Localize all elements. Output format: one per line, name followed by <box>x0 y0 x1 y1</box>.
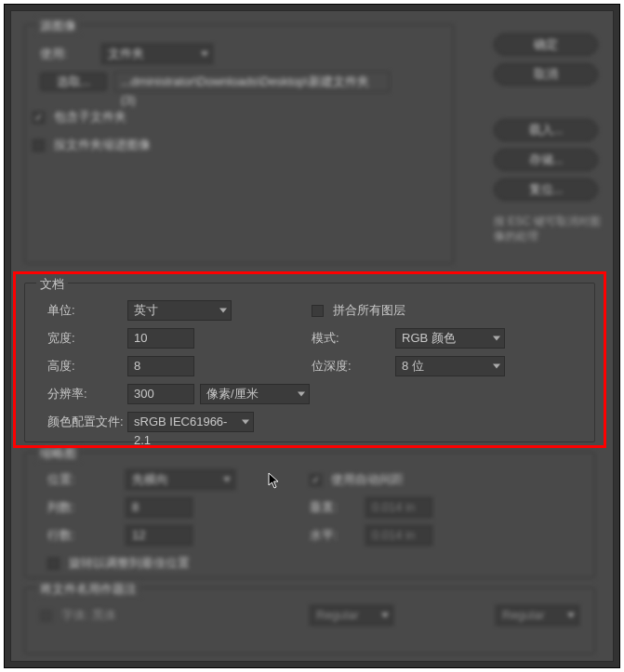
depth-select[interactable]: 8 位 <box>395 356 505 376</box>
flatten-label: 拼合所有图层 <box>329 302 405 319</box>
include-subfolders-checkbox[interactable] <box>33 112 45 124</box>
profile-label: 颜色配置文件: <box>25 414 127 430</box>
save-button[interactable]: 存储... <box>494 149 598 171</box>
height-input[interactable]: 8 <box>127 356 194 376</box>
chevron-down-icon <box>223 478 231 482</box>
chevron-down-icon <box>493 336 500 341</box>
auto-spacing-label: 使用自动间距 <box>327 471 404 488</box>
cancel-button[interactable]: 取消 <box>494 63 598 86</box>
chevron-down-icon <box>567 613 575 618</box>
document-legend: 文档 <box>36 276 68 293</box>
vert-label: 垂直: <box>310 499 365 516</box>
rows-input[interactable]: 12 <box>126 525 193 546</box>
chevron-down-icon <box>201 52 208 57</box>
thumbnail-checkbox[interactable] <box>33 139 45 152</box>
path-display: ...dministrator\Downloads\Desktop\新建文件夹 … <box>114 72 390 92</box>
resolution-input[interactable]: 300 <box>127 384 194 404</box>
rotate-checkbox[interactable] <box>47 558 60 570</box>
chevron-down-icon <box>219 309 227 313</box>
regular1-select: Regular <box>310 605 393 626</box>
resolution-label: 分辨率: <box>25 386 127 402</box>
dialog-inner: 源图像 使用: 文件夹 选取... ...dministrator\Downlo… <box>10 10 614 662</box>
filename-caption-legend: 将文件名用作题注 <box>36 581 140 598</box>
include-subfolders-label: 包含子文件夹 <box>50 109 126 125</box>
right-button-group: 确定 取消 载入... 存储... 复位... 按 ESC 键可取消对图像的处理 <box>494 33 598 244</box>
horiz-label: 水平: <box>310 527 365 544</box>
width-input[interactable]: 10 <box>127 328 194 349</box>
chevron-down-icon <box>298 392 305 397</box>
use-select[interactable]: 文件夹 <box>101 44 213 64</box>
document-fieldset: 文档 单位: 英寸 拼合所有图层 宽度: 10 模式: RGB 颜色 <box>24 283 595 442</box>
chevron-down-icon <box>242 420 249 425</box>
mode-select[interactable]: RGB 颜色 <box>395 328 505 349</box>
rows-label: 行数: <box>33 527 126 544</box>
thumbnail-fieldset: 缩略图 位置: 先横向 使用自动间距 列数: 8 垂直: 0.014 in 行数… <box>24 452 595 578</box>
unit-select[interactable]: 英寸 <box>127 300 232 321</box>
ok-button[interactable]: 确定 <box>494 33 598 56</box>
dialog-window: 源图像 使用: 文件夹 选取... ...dministrator\Downlo… <box>4 4 620 668</box>
unit-label: 单位: <box>25 302 127 319</box>
cols-label: 列数: <box>33 499 126 516</box>
cursor-icon <box>268 472 281 489</box>
esc-hint: 按 ESC 键可取消对图像的处理 <box>494 214 605 244</box>
thumbnail-legend: 缩略图 <box>36 445 80 462</box>
source-legend: 源图像 <box>36 18 80 34</box>
height-label: 高度: <box>25 358 127 375</box>
vert-input: 0.014 in <box>365 497 432 518</box>
use-label: 使用: <box>33 46 77 62</box>
cols-input[interactable]: 8 <box>126 497 193 518</box>
filename-caption-fieldset: 将文件名用作题注 字体: 黑体 Regular Regular <box>24 587 595 654</box>
load-button[interactable]: 载入... <box>494 119 598 141</box>
font-checkbox[interactable] <box>40 610 52 622</box>
chevron-down-icon <box>381 613 389 618</box>
depth-label: 位深度: <box>312 358 395 375</box>
position-select[interactable]: 先横向 <box>126 469 235 490</box>
resolution-unit-select[interactable]: 像素/厘米 <box>200 384 310 404</box>
font-label: 字体: 黑体 <box>58 607 116 624</box>
flatten-checkbox[interactable] <box>312 305 324 317</box>
reset-button[interactable]: 复位... <box>494 178 598 201</box>
source-fieldset: 源图像 使用: 文件夹 选取... ...dministrator\Downlo… <box>24 24 454 264</box>
rotate-label: 旋转以调整到最佳位置 <box>65 555 190 572</box>
horiz-input: 0.014 in <box>365 525 432 546</box>
thumbnail-label: 按文件夹缩进图像 <box>50 137 151 153</box>
profile-select[interactable]: sRGB IEC61966-2.1 <box>127 412 254 432</box>
browse-button[interactable]: 选取... <box>40 72 107 91</box>
regular2-select: Regular <box>496 605 579 626</box>
width-label: 宽度: <box>25 330 127 347</box>
position-label: 位置: <box>33 471 126 488</box>
auto-spacing-checkbox[interactable] <box>310 474 322 486</box>
chevron-down-icon <box>493 364 500 369</box>
mode-label: 模式: <box>312 330 395 347</box>
